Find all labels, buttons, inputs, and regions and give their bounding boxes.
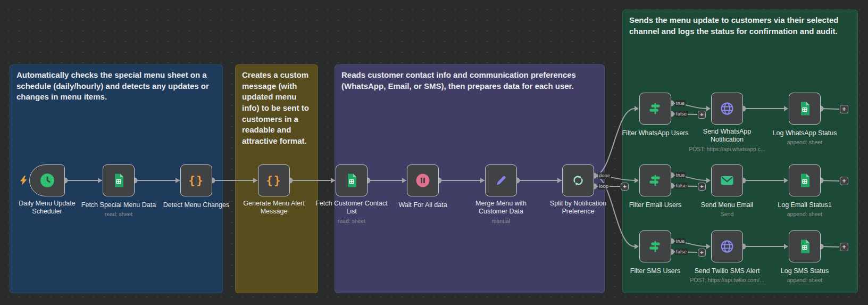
node-box[interactable] xyxy=(639,230,671,262)
node-log-email-status[interactable]: Log Email Status1 append: sheet xyxy=(789,164,821,196)
lightning-bolt-icon xyxy=(19,176,28,185)
sticky-note-text: Creates a custom message (with updated m… xyxy=(242,70,309,145)
node-send-whatsapp-notification[interactable]: Send WhatsApp Notification POST: https:/… xyxy=(711,93,743,125)
add-node-button[interactable]: + xyxy=(621,183,629,191)
node-daily-menu-update-scheduler[interactable]: Daily Menu Update Scheduler xyxy=(29,164,65,196)
node-label: Fetch Special Menu Data xyxy=(81,201,156,209)
node-wait-for-all-data[interactable]: Wait For All data xyxy=(407,164,439,196)
node-box[interactable] xyxy=(789,230,821,262)
signpost-filter-icon xyxy=(647,172,663,188)
node-subtitle: read: sheet xyxy=(301,218,402,224)
node-filter-sms-users[interactable]: Filter SMS Users xyxy=(639,230,671,262)
node-log-sms-status[interactable]: Log SMS Status append: sheet xyxy=(789,230,821,262)
node-send-twilio-sms-alert[interactable]: Send Twilio SMS Alert POST: https://api.… xyxy=(711,230,743,262)
node-generate-menu-alert-message[interactable]: {} Generate Menu Alert Message xyxy=(258,164,290,196)
google-sheets-icon xyxy=(344,172,360,188)
node-label: Log Email Status1 xyxy=(778,201,831,209)
node-box[interactable] xyxy=(639,164,671,196)
pencil-icon xyxy=(493,172,509,188)
node-label: Generate Menu Alert Message xyxy=(236,200,312,216)
add-node-button[interactable]: + xyxy=(698,183,706,191)
node-split-by-notification-preference[interactable]: Split by Notification Preference xyxy=(562,164,594,196)
add-node-button[interactable]: + xyxy=(840,105,848,113)
signpost-filter-icon xyxy=(647,101,663,117)
envelope-icon xyxy=(719,172,735,188)
node-label: Send Menu Email xyxy=(701,201,754,209)
node-subtitle: POST: https://api.whatsapp.c... xyxy=(677,146,778,152)
node-box[interactable]: {} xyxy=(258,164,290,196)
globe-icon xyxy=(719,238,735,254)
svg-text:{}: {} xyxy=(188,174,204,187)
node-filter-whatsapp-users[interactable]: Filter WhatsApp Users xyxy=(639,93,671,125)
node-box[interactable] xyxy=(789,93,821,125)
node-box[interactable]: {} xyxy=(180,164,212,196)
node-box[interactable] xyxy=(336,164,368,196)
sticky-note-text: Reads customer contact info and communic… xyxy=(341,70,576,90)
code-braces-icon: {} xyxy=(265,172,283,188)
output-label-false: false xyxy=(675,249,688,255)
google-sheets-icon xyxy=(797,172,813,188)
node-box[interactable] xyxy=(789,164,821,196)
node-subtitle: append: sheet xyxy=(754,277,855,283)
google-sheets-icon xyxy=(111,172,127,188)
node-subtitle: append: sheet xyxy=(754,211,855,217)
output-label-false: false xyxy=(675,111,688,117)
workflow-canvas[interactable]: Automatically checks the special menu sh… xyxy=(0,0,868,305)
node-box[interactable] xyxy=(485,164,517,196)
node-filter-email-users[interactable]: Filter Email Users xyxy=(639,164,671,196)
node-send-menu-email[interactable]: Send Menu Email Send xyxy=(711,164,743,196)
node-box[interactable] xyxy=(711,93,743,125)
node-merge-menu-with-customer-data[interactable]: Merge Menu with Customer Data manual xyxy=(485,164,517,196)
node-fetch-special-menu-data[interactable]: Fetch Special Menu Data read: sheet xyxy=(103,164,135,196)
node-label: Log SMS Status xyxy=(781,267,829,275)
output-label-true: true xyxy=(675,172,686,178)
node-box[interactable] xyxy=(711,230,743,262)
node-subtitle: read: sheet xyxy=(68,211,169,217)
node-subtitle: append: sheet xyxy=(754,139,855,145)
node-label: Detect Menu Changes xyxy=(163,201,229,209)
code-braces-icon: {} xyxy=(187,172,205,188)
clock-icon xyxy=(39,172,55,188)
node-box[interactable] xyxy=(407,164,439,196)
svg-text:{}: {} xyxy=(266,174,281,187)
sticky-note-text: Automatically checks the special menu sh… xyxy=(16,70,209,101)
node-box[interactable] xyxy=(639,93,671,125)
node-box[interactable] xyxy=(562,164,594,196)
node-label: Send WhatsApp Notification xyxy=(689,128,765,144)
google-sheets-icon xyxy=(797,101,813,117)
sticky-note-text: Sends the menu update to customers via t… xyxy=(629,15,838,36)
loop-arrows-icon xyxy=(570,172,586,188)
globe-icon xyxy=(719,101,735,117)
output-label-false: false xyxy=(675,183,688,189)
node-box[interactable] xyxy=(711,164,743,196)
node-label: Log WhatsApp Status xyxy=(773,129,837,137)
output-label-true: true xyxy=(675,100,686,106)
node-label: Send Twilio SMS Alert xyxy=(695,267,760,275)
output-label-done: done xyxy=(598,172,611,179)
node-box[interactable] xyxy=(29,164,65,196)
google-sheets-icon xyxy=(797,238,813,254)
node-fetch-customer-contact-list[interactable]: Fetch Customer Contact List read: sheet xyxy=(336,164,368,196)
output-label-loop: loop xyxy=(598,183,610,189)
node-subtitle: manual xyxy=(450,218,552,224)
node-log-whatsapp-status[interactable]: Log WhatsApp Status append: sheet xyxy=(789,93,821,125)
node-label: Filter Email Users xyxy=(629,201,682,209)
node-label: Filter SMS Users xyxy=(630,267,680,275)
pause-icon xyxy=(415,172,431,188)
node-detect-menu-changes[interactable]: {} Detect Menu Changes xyxy=(180,164,212,196)
node-box[interactable] xyxy=(103,164,135,196)
output-label-true: true xyxy=(675,238,686,244)
node-label: Wait For All data xyxy=(398,201,447,209)
add-node-button[interactable]: + xyxy=(840,243,848,251)
signpost-filter-icon xyxy=(647,238,663,254)
add-node-button[interactable]: + xyxy=(698,111,706,119)
add-node-button[interactable]: + xyxy=(698,249,706,257)
add-node-button[interactable]: + xyxy=(840,177,848,185)
